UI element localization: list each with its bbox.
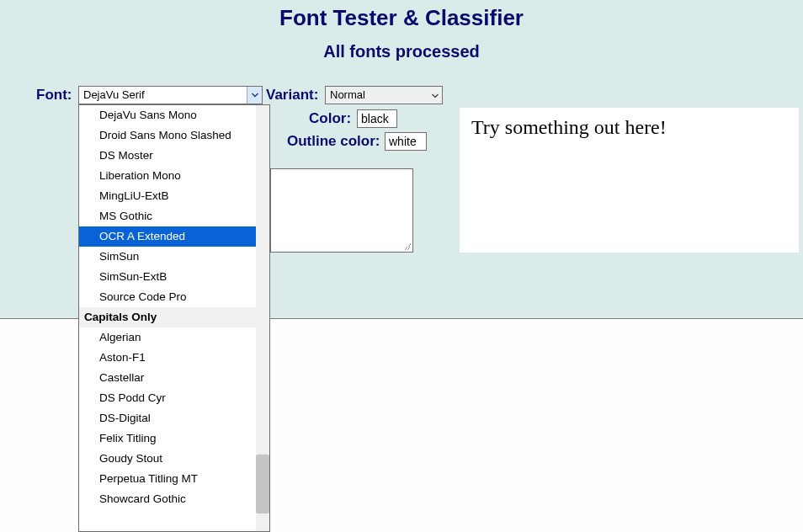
dropdown-option[interactable]: OCR A Extended — [79, 226, 257, 247]
preview-text: Try something out here! — [471, 116, 667, 139]
dropdown-option[interactable]: DejaVu Sans Mono — [79, 105, 257, 125]
page-subtitle: All fonts processed — [0, 42, 803, 61]
chevron-down-icon — [431, 90, 439, 103]
font-dropdown-listbox[interactable]: DejaVu Sans MonoDroid Sans Mono SlashedD… — [78, 104, 270, 532]
dropdown-option[interactable]: MingLiU-ExtB — [79, 186, 257, 206]
dropdown-option[interactable]: DS Moster — [79, 146, 257, 166]
dropdown-option[interactable]: Goudy Stout — [79, 449, 257, 469]
dropdown-scrollbar[interactable] — [256, 105, 269, 531]
dropdown-option[interactable]: Droid Sans Mono Slashed — [79, 125, 257, 146]
dropdown-option[interactable]: Showcard Gothic — [79, 489, 257, 509]
variant-select-value: Normal — [330, 88, 365, 101]
preview-panel: Try something out here! — [460, 108, 799, 253]
variant-label: Variant: — [266, 87, 318, 104]
font-select-button[interactable] — [247, 87, 262, 104]
variant-select[interactable]: Normal — [325, 86, 443, 104]
dropdown-scroll-thumb[interactable] — [256, 455, 269, 513]
outline-color-input[interactable] — [385, 132, 427, 151]
dropdown-option[interactable]: DS Podd Cyr — [79, 388, 257, 408]
dropdown-option[interactable]: Source Code Pro — [79, 287, 257, 307]
page-title: Font Tester & Classifier — [0, 5, 803, 31]
dropdown-option[interactable]: Felix Titling — [79, 428, 257, 449]
chevron-down-icon — [251, 91, 259, 99]
outline-color-label: Outline color: — [287, 133, 380, 150]
dropdown-option[interactable]: SimSun-ExtB — [79, 267, 257, 287]
dropdown-option[interactable]: DS-Digital — [79, 408, 257, 428]
resize-grip-icon[interactable] — [402, 242, 411, 250]
dropdown-option[interactable]: Aston-F1 — [79, 348, 257, 368]
color-input[interactable] — [357, 109, 397, 128]
dropdown-option[interactable]: SimSun — [79, 247, 257, 267]
dropdown-option[interactable]: Perpetua Titling MT — [79, 469, 257, 489]
font-label: Font: — [36, 87, 72, 104]
sample-text-input[interactable] — [270, 168, 413, 253]
dropdown-option[interactable]: MS Gothic — [79, 206, 257, 226]
dropdown-option[interactable]: Algerian — [79, 327, 257, 348]
dropdown-option[interactable]: Liberation Mono — [79, 166, 257, 186]
dropdown-group-header: Capitals Only — [79, 307, 257, 327]
font-select[interactable]: DejaVu Serif — [78, 86, 263, 104]
font-select-value: DejaVu Serif — [83, 88, 145, 101]
color-label: Color: — [309, 110, 351, 127]
dropdown-option[interactable]: Castellar — [79, 368, 257, 388]
